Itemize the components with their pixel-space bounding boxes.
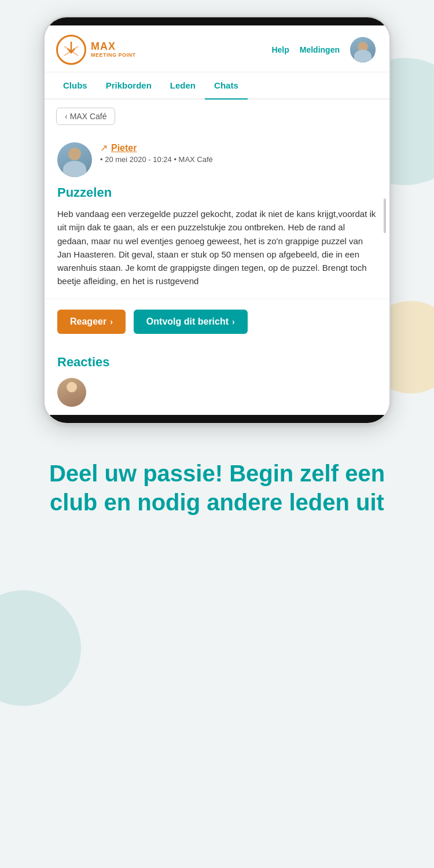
post-author-avatar [57, 142, 92, 177]
bottom-tagline: Deel uw passie! Begin zelf een club en n… [29, 459, 405, 517]
post-title: Puzzelen [57, 185, 377, 200]
back-button[interactable]: ‹ MAX Café [56, 108, 115, 125]
help-link[interactable]: Help [271, 45, 289, 54]
post-date-meta: • 20 mei 2020 - 10:24 • MAX Café [100, 155, 213, 164]
logo-max-label: MAX [91, 41, 136, 53]
reacties-section: Reacties [45, 344, 389, 415]
reactie-avatar [57, 378, 86, 407]
tab-prikborden[interactable]: Prikborden [97, 72, 161, 100]
meldingen-link[interactable]: Meldingen [300, 45, 340, 54]
tabs-bar: Clubs Prikborden Leden Chats [45, 72, 389, 100]
reageer-chevron-icon: › [110, 317, 113, 326]
tab-chats[interactable]: Chats [205, 72, 248, 100]
phone-top-bar [45, 17, 389, 25]
tab-clubs[interactable]: Clubs [54, 72, 97, 100]
tab-leden[interactable]: Leden [161, 72, 205, 100]
bottom-section: Deel uw passie! Begin zelf een club en n… [0, 424, 434, 551]
author-arrow-icon: ↗ [100, 142, 108, 153]
post-container: ↗ Pieter • 20 mei 2020 - 10:24 • MAX Caf… [45, 132, 389, 299]
reageer-button[interactable]: Reageer › [57, 310, 126, 334]
chevron-left-icon: ‹ [65, 112, 68, 121]
reactie-preview [57, 378, 377, 407]
ontvolg-chevron-icon: › [232, 317, 235, 326]
logo-circle [56, 35, 86, 65]
app-header: MAX MEETING POINT Help Meldingen [45, 25, 389, 72]
logo-sub-label: MEETING POINT [91, 53, 136, 58]
scroll-indicator[interactable] [384, 198, 386, 233]
back-nav: ‹ MAX Café [45, 100, 389, 130]
phone-mockup-wrapper: MAX MEETING POINT Help Meldingen Clubs [0, 0, 434, 424]
reacties-title: Reacties [57, 355, 377, 370]
post-author-name[interactable]: Pieter [111, 143, 137, 153]
post-header: ↗ Pieter • 20 mei 2020 - 10:24 • MAX Caf… [57, 142, 377, 177]
logo-icon [61, 39, 82, 60]
post-author-row: ↗ Pieter [100, 142, 213, 153]
avatar-face [350, 37, 376, 62]
post-meta: ↗ Pieter • 20 mei 2020 - 10:24 • MAX Caf… [100, 142, 213, 164]
ontvolg-button[interactable]: Ontvolg dit bericht › [134, 310, 248, 334]
header-nav: Help Meldingen [271, 37, 376, 62]
user-avatar[interactable] [350, 37, 376, 62]
phone-bottom-bar [45, 415, 389, 423]
logo-area: MAX MEETING POINT [56, 35, 136, 65]
action-buttons: Reageer › Ontvolg dit bericht › [45, 299, 389, 344]
post-body: Heb vandaag een verzegelde puzzel gekoch… [57, 207, 377, 288]
phone-mockup: MAX MEETING POINT Help Meldingen Clubs [43, 16, 391, 424]
logo-text: MAX MEETING POINT [91, 41, 136, 58]
page-background: MAX MEETING POINT Help Meldingen Clubs [0, 0, 434, 868]
deco-circle-bottom-left [0, 590, 81, 706]
